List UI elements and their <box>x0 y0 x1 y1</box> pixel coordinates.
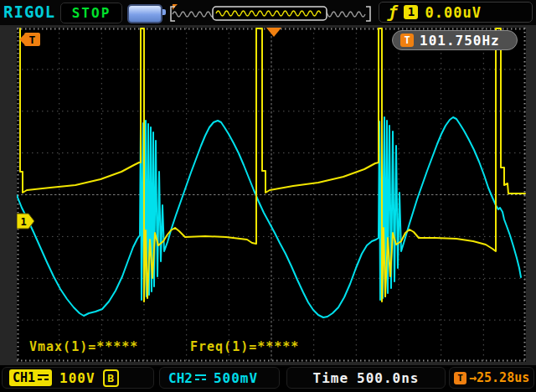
trigger-level-readout: 0.00uV <box>425 4 481 21</box>
oscilloscope-screen: RIGOL STOP ƒ 1 0.00uV <box>0 0 536 392</box>
trigger-frequency-value: 101.750Hz <box>420 33 500 49</box>
trigger-edge-icon: ƒ <box>388 4 397 20</box>
trigger-offset-value: →25.28us <box>469 370 529 385</box>
ch2-coupling-icon <box>195 374 206 382</box>
ch1-label: CH1 <box>13 370 35 385</box>
trigger-offset-group: T →25.28us <box>449 367 534 389</box>
brand-logo: RIGOL <box>3 3 55 21</box>
svg-text:1: 1 <box>20 216 26 228</box>
graticule-area: T 1 <box>17 28 526 362</box>
trigger-position-marker <box>266 28 281 37</box>
trigger-offset-t-icon: T <box>454 372 466 384</box>
acquisition-preview-strip <box>168 3 374 23</box>
waveform-display: T 1 <box>17 28 526 362</box>
trigger-level-marker: T <box>19 33 40 46</box>
measurement-vmax: Vmax(1)=***** <box>29 339 138 354</box>
timebase-group: Time 500.0ns <box>286 367 446 389</box>
ch1-status-group: CH1 100V B <box>2 367 154 389</box>
ch1-bandwidth-badge: B <box>103 369 119 387</box>
bottom-status-bar: CH1 100V B CH2 500mV Time 500.0ns T →2 <box>0 365 536 392</box>
trigger-frequency-badge: T 101.750Hz <box>392 30 518 50</box>
timebase-value: 500.0ns <box>357 370 419 386</box>
top-status-bar: RIGOL STOP ƒ 1 0.00uV <box>0 0 536 25</box>
ch2-label: CH2 <box>168 370 193 386</box>
ch2-channel-badge: CH2 <box>168 370 206 386</box>
ch1-channel-badge: CH1 <box>9 369 52 386</box>
timebase-label: Time <box>313 370 349 386</box>
trigger-t-icon: T <box>400 34 414 47</box>
preview-right-bracket <box>366 7 370 21</box>
ch2-status-group: CH2 500mV <box>159 367 280 389</box>
ch2-trace <box>17 117 521 317</box>
trigger-source-badge: 1 <box>404 5 418 19</box>
trigger-info-panel: ƒ 1 0.00uV <box>379 2 533 23</box>
preview-viewport-box <box>213 7 327 20</box>
svg-text:T: T <box>29 34 36 46</box>
battery-icon <box>127 4 162 23</box>
ch1-scale-readout: 100V <box>59 370 95 386</box>
run-status-badge: STOP <box>60 3 122 23</box>
ch2-scale-readout: 500mV <box>214 370 258 386</box>
measurement-freq: Freq(1)=***** <box>190 339 299 354</box>
ch1-coupling-icon <box>38 374 49 382</box>
display-bezel: T 1 <box>0 25 536 365</box>
